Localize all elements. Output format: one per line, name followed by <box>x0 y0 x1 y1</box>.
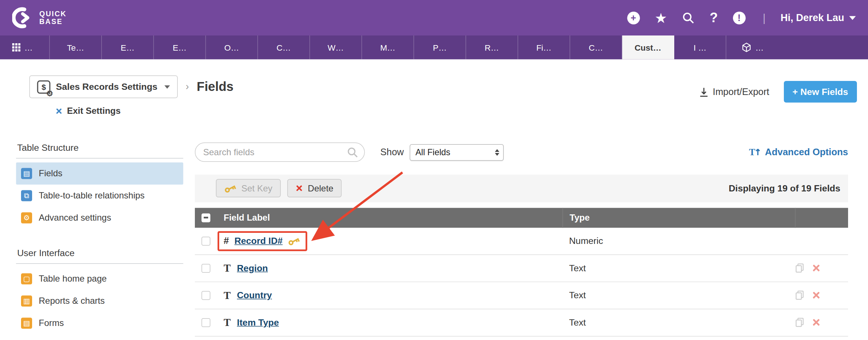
apps-tab-label: … <box>24 43 33 52</box>
copy-icon[interactable] <box>795 318 805 327</box>
select-stepper-icon <box>495 149 499 156</box>
text-type-icon: T <box>224 289 237 301</box>
add-icon[interactable]: + <box>627 11 640 24</box>
app-tab[interactable]: I … <box>674 35 726 59</box>
sidebar-item-reports-charts[interactable]: ▥ Reports & charts <box>16 290 183 312</box>
row-checkbox[interactable] <box>202 237 210 245</box>
text-type-icon: T <box>224 262 237 274</box>
field-filter-value: All Fields <box>416 147 495 157</box>
app-window: QUICK BASE + ★ ? ! | Hi, Derek Lau <box>0 0 868 340</box>
field-filter-select[interactable]: All Fields <box>409 144 503 160</box>
user-greeting: Hi, Derek Lau <box>781 12 844 24</box>
quickbase-logo-mark <box>12 7 34 29</box>
row-actions <box>795 309 848 336</box>
app-tab[interactable]: E… <box>102 35 154 59</box>
app-tab[interactable]: Fi… <box>518 35 570 59</box>
header-actions: + ★ ? ! | Hi, Derek Lau <box>627 10 856 26</box>
field-link-region[interactable]: Region <box>237 263 268 273</box>
fields-main-panel: Show All Fields T Advanced Options <box>195 142 848 336</box>
field-link-record-id[interactable]: Record ID# <box>234 236 283 246</box>
help-icon[interactable]: ? <box>710 10 718 26</box>
row-actions <box>795 228 848 254</box>
app-tab[interactable]: W… <box>310 35 362 59</box>
page-header: $ ⚙ Sales Records Settings › Fields Exit… <box>0 59 868 117</box>
breadcrumb-separator: › <box>186 81 189 93</box>
app-tab[interactable]: O… <box>206 35 258 59</box>
settings-menu-button[interactable]: $ ⚙ Sales Records Settings <box>30 75 178 98</box>
import-export-icon <box>699 86 709 97</box>
delete-field-icon[interactable] <box>813 292 820 299</box>
app-tab-active[interactable]: Cust… <box>622 35 674 59</box>
field-link-item-type[interactable]: Item Type <box>237 317 279 328</box>
quickbase-logo-text: QUICK BASE <box>39 10 67 26</box>
fields-toolbar: Set Key Delete Displaying 19 of 19 Field… <box>195 174 848 202</box>
delete-x-icon <box>296 185 303 191</box>
row-checkbox[interactable] <box>202 264 210 272</box>
delete-button[interactable]: Delete <box>287 179 342 198</box>
numeric-type-icon: # <box>224 235 229 246</box>
show-label: Show <box>380 147 404 158</box>
sidebar-section-user-interface: User Interface ▢ Table home page ▥ Repor… <box>16 248 183 334</box>
gear-icon: ⚙ <box>46 89 53 97</box>
alerts-icon[interactable]: ! <box>733 11 746 24</box>
column-header-actions <box>795 208 848 228</box>
fields-icon: ▤ <box>21 168 32 179</box>
app-tab[interactable]: Te… <box>50 35 102 59</box>
sidebar-item-fields[interactable]: ▤ Fields <box>16 162 183 184</box>
app-header: QUICK BASE + ★ ? ! | Hi, Derek Lau <box>0 0 868 35</box>
table-dollar-icon: $ ⚙ <box>37 80 51 94</box>
row-checkbox[interactable] <box>202 291 210 300</box>
fields-controls-row: Show All Fields T Advanced Options <box>195 142 848 162</box>
table-row: T Item Type Text <box>195 309 848 336</box>
new-fields-button[interactable]: + New Fields <box>783 81 857 103</box>
import-export-label: Import/Export <box>713 86 769 97</box>
app-tab[interactable]: E… <box>154 35 206 59</box>
copy-icon[interactable] <box>795 264 805 273</box>
row-actions <box>795 282 848 309</box>
sidebar-section-title: Table Structure <box>16 142 183 159</box>
sidebar-item-label: Fields <box>39 168 62 178</box>
grid-icon <box>12 43 21 52</box>
reports-chart-icon: ▥ <box>21 295 32 306</box>
more-tables-tab[interactable]: … <box>726 35 778 59</box>
close-icon <box>56 108 62 114</box>
favorites-star-icon[interactable]: ★ <box>655 10 667 26</box>
annotation-highlight-box: # Record ID# <box>218 231 307 251</box>
set-key-button[interactable]: Set Key <box>216 179 281 198</box>
header-divider: | <box>763 11 766 24</box>
sidebar-item-relationships[interactable]: ⧉ Table-to-table relationships <box>16 184 183 207</box>
app-tab[interactable]: C… <box>570 35 622 59</box>
advanced-options-link[interactable]: T Advanced Options <box>749 147 848 158</box>
user-menu[interactable]: Hi, Derek Lau <box>781 12 856 24</box>
sidebar-item-label: Table home page <box>39 273 107 283</box>
apps-grid-tab[interactable]: … <box>0 35 50 59</box>
delete-field-icon[interactable] <box>813 265 820 272</box>
copy-icon[interactable] <box>795 290 805 300</box>
app-tab[interactable]: C… <box>258 35 310 59</box>
key-icon <box>287 235 301 246</box>
exit-settings-link[interactable]: Exit Settings <box>55 106 121 116</box>
import-export-button[interactable]: Import/Export <box>699 86 769 97</box>
delete-field-icon[interactable] <box>813 319 820 326</box>
column-header-type: Type <box>562 208 795 228</box>
search-icon[interactable] <box>682 11 695 24</box>
forms-icon: ▤ <box>21 317 32 329</box>
select-all-checkbox[interactable] <box>202 213 210 222</box>
sidebar-item-label: Reports & charts <box>39 296 105 306</box>
sidebar-item-table-home-page[interactable]: ▢ Table home page <box>16 268 183 290</box>
app-tab[interactable]: R… <box>466 35 518 59</box>
home-page-icon: ▢ <box>21 273 32 284</box>
app-tab[interactable]: P… <box>414 35 466 59</box>
exit-settings-label: Exit Settings <box>67 106 121 116</box>
brand-quick: QUICK <box>39 10 67 18</box>
field-link-country[interactable]: Country <box>237 290 272 301</box>
gear-icon: ⚙ <box>21 212 32 223</box>
search-input[interactable] <box>195 143 365 162</box>
sidebar-item-label: Table-to-table relationships <box>39 190 145 200</box>
sidebar-item-advanced-settings[interactable]: ⚙ Advanced settings <box>16 207 183 229</box>
app-tab[interactable]: M… <box>362 35 414 59</box>
sidebar-item-forms[interactable]: ▤ Forms <box>16 312 183 334</box>
displaying-count: Displaying 19 of 19 Fields <box>728 183 840 194</box>
row-checkbox[interactable] <box>202 318 210 327</box>
quickbase-logo[interactable]: QUICK BASE <box>12 7 67 29</box>
